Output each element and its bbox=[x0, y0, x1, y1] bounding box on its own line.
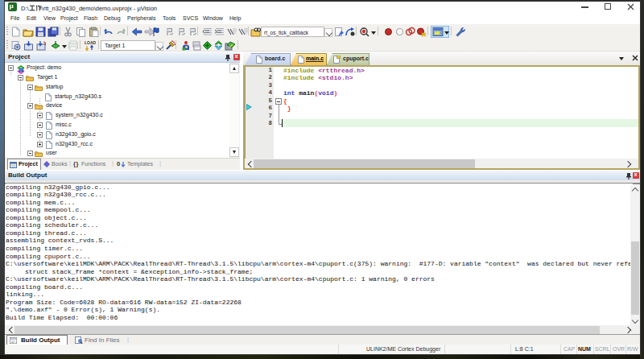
svg-text:LOAD: LOAD bbox=[85, 40, 96, 45]
